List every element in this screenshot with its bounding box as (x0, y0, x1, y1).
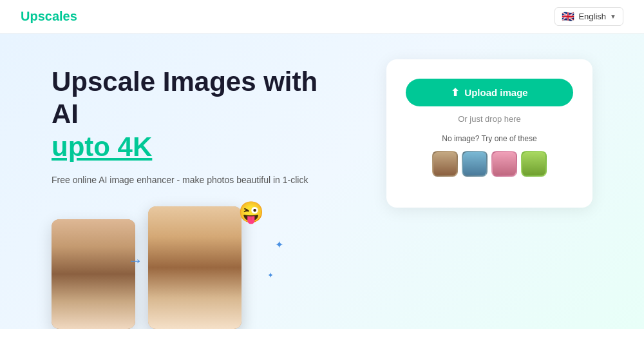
hero-subtitle: Free online AI image enhancer - make pho… (52, 173, 348, 187)
demo-before-image (52, 219, 135, 329)
upload-image-button[interactable]: ⬆ Upload image (406, 79, 573, 106)
hero-title-highlight: upto 4K (52, 132, 152, 162)
navbar: Upscales 🇬🇧 English ▼ (0, 0, 644, 34)
sample-image-2[interactable] (462, 151, 488, 177)
hero-title-line1: Upscale Images with AI (52, 66, 317, 129)
how-to-section: How to enhance images online with AI ups… (0, 329, 644, 363)
demo-after-image (148, 206, 242, 329)
upload-button-label: Upload image (464, 87, 527, 98)
upload-card: ⬆ Upload image Or just drop here No imag… (386, 59, 592, 208)
sample-image-3[interactable] (491, 151, 517, 177)
upload-icon: ⬆ (451, 86, 459, 99)
lang-label: English (578, 12, 606, 21)
language-selector[interactable]: 🇬🇧 English ▼ (554, 7, 623, 26)
sparkle-icon-2: ✦ (267, 271, 274, 280)
hero-title: Upscale Images with AI upto 4K (52, 66, 348, 163)
sample-image-4[interactable] (521, 151, 547, 177)
arrow-icon: → (128, 251, 143, 270)
logo[interactable]: Upscales (21, 9, 77, 24)
hero-left: Upscale Images with AI upto 4K Free onli… (52, 59, 348, 329)
sample-label: No image? Try one of these (442, 134, 536, 143)
hero-demo: → 😜 ✦ ✦ (52, 206, 245, 329)
emoji-decoration: 😜 (238, 200, 264, 224)
sample-image-1[interactable] (432, 151, 458, 177)
sample-images (432, 151, 547, 177)
sparkle-icon-1: ✦ (275, 239, 283, 251)
drop-text: Or just drop here (458, 114, 521, 124)
flag-icon: 🇬🇧 (562, 10, 574, 23)
chevron-down-icon: ▼ (610, 13, 616, 20)
hero-section: Upscale Images with AI upto 4K Free onli… (0, 34, 644, 329)
